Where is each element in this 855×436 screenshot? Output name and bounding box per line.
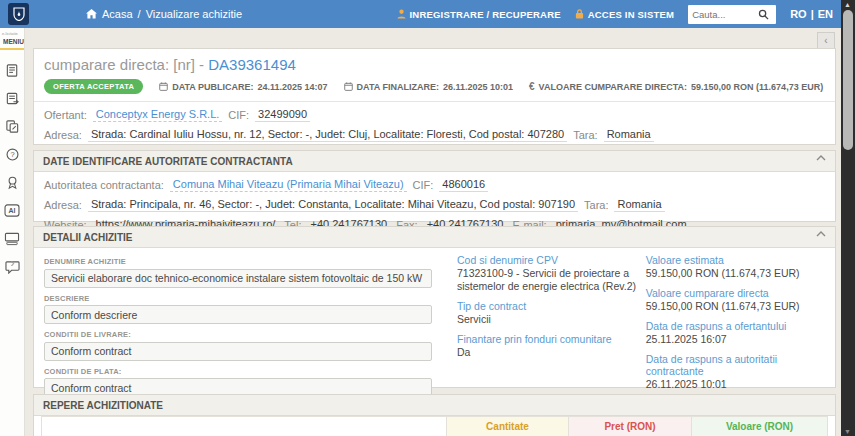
details-mid-column: Cod si denumire CPV 71323100-9 - Servici… <box>457 254 646 400</box>
authority-card: DATE IDENTIFICARE AUTORITATE CONTRACTANT… <box>33 150 836 222</box>
authority-cif: 4860016 <box>439 178 488 192</box>
authority-row-1: Autoritatea contractanta: Comuna Mihai V… <box>44 178 825 192</box>
items-column-cantitate: Cantitate <box>447 417 569 436</box>
ofertant-name-link[interactable]: Conceptyx Energy S.R.L. <box>93 108 223 122</box>
search-icon[interactable] <box>758 9 769 20</box>
sidebar-menu-label: MENIU <box>0 36 24 50</box>
direct-purchase-value: € VALOARE CUMPARARE DIRECTA:59.150,00 RO… <box>529 81 823 92</box>
sidebar-menu: e-licitatie MENIU <box>0 28 25 436</box>
details-right-column: Valoare estimata 59.150,00 RON (11.674,7… <box>646 254 825 400</box>
search-box <box>688 5 776 24</box>
purchase-id-link[interactable]: DA39361494 <box>208 56 296 73</box>
authority-response-date-group: Data de raspuns a autoritatii contractan… <box>646 353 825 391</box>
details-fields-column: DENUMIRE ACHIZITIE DESCRIERE CONDITII DE… <box>44 254 432 400</box>
contract-type-group: Tip de contract Servicii <box>457 300 646 326</box>
clipboard-icon <box>5 119 20 134</box>
breadcrumb-current: Vizualizare achizitie <box>146 8 242 20</box>
authority-name-link[interactable]: Comuna Mihai Viteazu (Primaria Mihai Vit… <box>170 178 407 192</box>
field-label: DENUMIRE ACHIZITIE <box>44 257 432 266</box>
chevron-up-icon[interactable] <box>816 231 826 237</box>
items-table-header-row: Cantitate Pret (RON) Valoare (RON) <box>41 416 828 436</box>
sidebar-item-news[interactable] <box>4 62 21 79</box>
news-icon <box>5 63 20 78</box>
scroll-down-arrow[interactable]: ▼ <box>844 428 851 435</box>
status-badge: OFERTA ACCEPTATA <box>44 79 143 94</box>
offer-response-date-group: Data de raspuns a ofertantului 25.11.202… <box>646 320 825 346</box>
award-icon <box>5 175 20 190</box>
authority-card-header[interactable]: DATE IDENTIFICARE AUTORITATE CONTRACTANT… <box>34 151 835 172</box>
lang-en[interactable]: EN <box>818 8 833 20</box>
breadcrumb-separator: / <box>138 8 141 20</box>
field-label: DESCRIERE <box>44 294 432 303</box>
items-card: REPERE ACHIZITIONATE Cantitate Pret (RON… <box>33 394 836 436</box>
svg-text:?: ? <box>10 150 14 159</box>
shield-icon <box>13 7 25 21</box>
page-title: cumparare directa: [nr] - DA39361494 <box>34 49 835 73</box>
scrollbar-thumb[interactable] <box>843 10 853 150</box>
ofertant-cif: 32499090 <box>255 108 310 122</box>
authority-section: Autoritatea contractanta: Comuna Mihai V… <box>34 172 835 232</box>
ofertant-row-1: Ofertant: Conceptyx Energy S.R.L. CIF: 3… <box>44 108 825 122</box>
sidebar-item-documents[interactable] <box>4 118 21 135</box>
publish-date: DATA PUBLICARE:24.11.2025 14:07 <box>159 82 327 92</box>
details-card-header[interactable]: DETALII ACHIZITIE <box>34 227 835 248</box>
ofertant-address: Strada: Cardinal Iuliu Hossu, nr. 12, Se… <box>88 128 567 142</box>
user-icon <box>397 9 406 19</box>
sidebar-brand: e-licitatie <box>0 28 24 36</box>
language-switcher: RO | EN <box>790 8 833 20</box>
search-input[interactable] <box>692 9 758 20</box>
scroll-up-arrow[interactable]: ▲ <box>844 1 851 8</box>
ofertant-row-2: Adresa: Strada: Cardinal Iuliu Hossu, nr… <box>44 128 825 142</box>
lock-icon <box>575 9 584 19</box>
field-label: CONDITII DE LIVRARE: <box>44 330 432 339</box>
euro-icon: € <box>529 81 535 92</box>
calendar-icon <box>344 82 353 91</box>
sidebar-item-help[interactable]: ? <box>4 146 21 163</box>
sidebar-item-workstation[interactable] <box>4 230 21 247</box>
monitor-icon <box>4 232 20 246</box>
lang-separator: | <box>811 8 814 20</box>
authority-country: Romania <box>614 198 664 212</box>
breadcrumb-home-link[interactable]: Acasa <box>102 8 133 20</box>
funding-group: Finantare prin fonduri comunitare Da <box>457 333 646 359</box>
purchase-meta-row: OFERTA ACCEPTATA DATA PUBLICARE:24.11.20… <box>34 73 835 102</box>
details-card: DETALII ACHIZITIE DENUMIRE ACHIZITIE DES… <box>33 226 836 388</box>
list-icon <box>5 91 20 106</box>
sidebar-item-lists[interactable] <box>4 90 21 107</box>
svg-text:AI: AI <box>9 207 16 214</box>
breadcrumb: Acasa / Vizualizare achizitie <box>86 0 242 28</box>
items-column-valoare: Valoare (RON) <box>692 417 828 436</box>
finalize-date: DATA FINALIZARE:26.11.2025 10:01 <box>344 82 513 92</box>
top-navigation-bar: Acasa / Vizualizare achizitie INREGISTRA… <box>0 0 855 28</box>
items-column-name <box>42 417 447 436</box>
items-card-header[interactable]: REPERE ACHIZITIONATE <box>34 395 835 416</box>
page-scrollbar[interactable]: ▲ ▼ <box>841 0 855 436</box>
lang-ro[interactable]: RO <box>790 8 807 20</box>
help-icon: ? <box>5 147 20 162</box>
sidebar-item-ai[interactable]: AI <box>4 202 21 219</box>
conditii-livrare-field[interactable] <box>44 342 432 361</box>
calendar-icon <box>159 82 168 91</box>
purchase-header-card: cumparare directa: [nr] - DA39361494 OFE… <box>33 48 836 145</box>
sidebar-item-awards[interactable] <box>4 174 21 191</box>
cpv-group: Cod si denumire CPV 71323100-9 - Servici… <box>457 254 646 293</box>
denumire-achizitie-field[interactable] <box>44 269 432 288</box>
register-recover-link[interactable]: INREGISTRARE / RECUPERARE <box>397 9 561 20</box>
main-content: ‹ cumparare directa: [nr] - DA39361494 O… <box>25 28 841 436</box>
sidebar-expand-chevron[interactable]: › <box>0 256 25 270</box>
direct-value-group: Valoare cumparare directa 59.150,00 RON … <box>646 287 825 313</box>
authority-address: Strada: Principala, nr. 46, Sector: -, J… <box>88 198 578 212</box>
ai-icon: AI <box>4 204 20 217</box>
chevron-up-icon[interactable] <box>816 155 826 161</box>
app-logo[interactable] <box>8 3 29 25</box>
field-label: CONDITII DE PLATA: <box>44 367 432 376</box>
items-column-pret: Pret (RON) <box>569 417 692 436</box>
estimated-value-group: Valoare estimata 59.150,00 RON (11.674,7… <box>646 254 825 280</box>
authority-row-2: Adresa: Strada: Principala, nr. 46, Sect… <box>44 198 825 212</box>
system-access-link[interactable]: ACCES IN SISTEM <box>575 9 674 20</box>
descriere-field[interactable] <box>44 305 432 324</box>
home-icon <box>86 9 97 19</box>
ofertant-country: Romania <box>604 128 654 142</box>
